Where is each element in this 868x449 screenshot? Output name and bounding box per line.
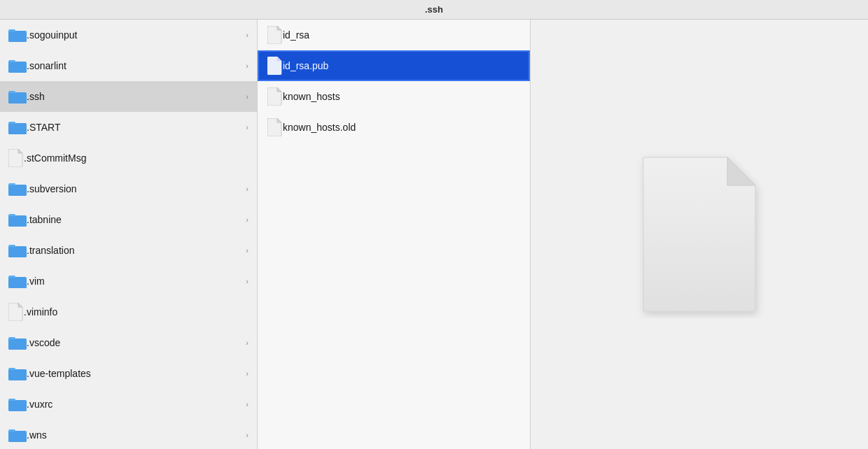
folder-icon (8, 89, 27, 104)
file-icon (267, 87, 283, 106)
sidebar-item-viminfo[interactable]: .viminfo (0, 297, 257, 327)
svg-rect-5 (8, 93, 27, 104)
sidebar-item-label: .vscode (27, 337, 243, 348)
file-item-label: known_hosts.old (283, 122, 520, 133)
sidebar: .sogouinput› .sonarlint› .ssh› .START› .… (0, 20, 258, 449)
sidebar-item-ssh[interactable]: .ssh› (0, 81, 257, 112)
sidebar-item-label: .stCommitMsg (24, 152, 248, 164)
svg-rect-19 (8, 370, 27, 380)
file-item-known_hosts_old[interactable]: known_hosts.old (258, 112, 530, 143)
sidebar-item-label: .translation (27, 245, 243, 256)
folder-icon (8, 212, 27, 227)
svg-rect-9 (8, 185, 27, 196)
chevron-right-icon: › (246, 62, 248, 70)
chevron-right-icon: › (246, 215, 248, 224)
folder-icon (8, 27, 27, 43)
preview-file-icon (629, 150, 769, 318)
content-area: .sogouinput› .sonarlint› .ssh› .START› .… (0, 20, 868, 449)
sidebar-item-label: .tabnine (27, 214, 243, 225)
folder-icon (8, 243, 27, 258)
svg-rect-13 (8, 247, 27, 257)
sidebar-item-vuxrc[interactable]: .vuxrc› (0, 389, 257, 420)
preview-panel (531, 20, 868, 449)
chevron-right-icon: › (246, 123, 248, 131)
svg-rect-7 (8, 124, 27, 134)
folder-icon (8, 397, 27, 412)
folder-icon (8, 273, 27, 289)
svg-rect-11 (8, 216, 27, 227)
sidebar-item-subversion[interactable]: .subversion› (0, 173, 257, 204)
svg-rect-3 (8, 62, 27, 73)
sidebar-item-stCommitMsg[interactable]: .stCommitMsg (0, 143, 257, 173)
chevron-right-icon: › (246, 31, 248, 39)
sidebar-item-label: .vuxrc (27, 399, 243, 410)
chevron-right-icon: › (246, 400, 248, 408)
file-item-known_hosts[interactable]: known_hosts (258, 81, 530, 112)
chevron-right-icon: › (246, 92, 248, 101)
sidebar-item-START[interactable]: .START› (0, 112, 257, 143)
svg-rect-1 (8, 31, 27, 42)
window-title: .ssh (425, 4, 443, 15)
title-bar: .ssh (0, 0, 868, 20)
file-icon (8, 303, 24, 321)
sidebar-item-sonarlint[interactable]: .sonarlint› (0, 50, 257, 81)
file-icon (267, 118, 283, 136)
sidebar-item-label: .vim (27, 276, 243, 287)
folder-icon (8, 120, 27, 135)
chevron-right-icon: › (246, 338, 248, 347)
sidebar-item-label: .viminfo (24, 306, 248, 318)
file-list-panel: id_rsa id_rsa.pub known_hosts known_host… (258, 20, 531, 449)
file-icon (267, 26, 283, 44)
chevron-right-icon: › (246, 431, 248, 439)
sidebar-item-wns[interactable]: .wns› (0, 420, 257, 449)
sidebar-item-vue-templates[interactable]: .vue-templates› (0, 358, 257, 389)
svg-rect-17 (8, 339, 27, 350)
svg-rect-21 (8, 401, 27, 411)
sidebar-item-vscode[interactable]: .vscode› (0, 327, 257, 358)
sidebar-item-translation[interactable]: .translation› (0, 235, 257, 266)
sidebar-item-label: .sogouinput (27, 29, 243, 41)
svg-rect-15 (8, 278, 27, 288)
sidebar-item-vim[interactable]: .vim› (0, 266, 257, 297)
sidebar-item-label: .START (27, 122, 243, 133)
sidebar-item-label: .ssh (27, 91, 243, 102)
chevron-right-icon: › (246, 246, 248, 255)
file-item-label: known_hosts (283, 91, 520, 102)
file-item-id_rsa[interactable]: id_rsa (258, 20, 530, 50)
sidebar-item-label: .subversion (27, 183, 243, 194)
file-icon (267, 57, 283, 75)
sidebar-item-label: .wns (27, 429, 243, 441)
file-item-label: id_rsa (283, 29, 520, 41)
folder-icon (8, 58, 27, 73)
folder-icon (8, 366, 27, 381)
file-icon (8, 149, 24, 167)
folder-icon (8, 427, 27, 443)
folder-icon (8, 335, 27, 350)
chevron-right-icon: › (246, 277, 248, 285)
sidebar-item-label: .vue-templates (27, 368, 243, 379)
folder-icon (8, 181, 27, 197)
sidebar-item-tabnine[interactable]: .tabnine› (0, 204, 257, 235)
sidebar-item-label: .sonarlint (27, 60, 243, 71)
chevron-right-icon: › (246, 185, 248, 193)
file-item-id_rsa_pub[interactable]: id_rsa.pub (258, 50, 530, 81)
sidebar-item-sogouinput[interactable]: .sogouinput› (0, 20, 257, 50)
svg-rect-23 (8, 432, 27, 442)
chevron-right-icon: › (246, 369, 248, 378)
file-item-label: id_rsa.pub (283, 60, 520, 71)
